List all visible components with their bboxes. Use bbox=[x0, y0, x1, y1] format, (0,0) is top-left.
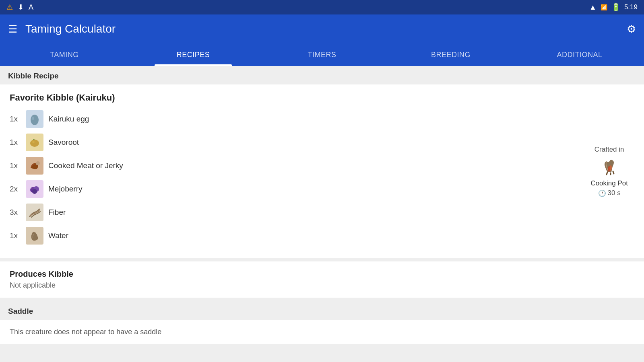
tab-timers[interactable]: Timers bbox=[258, 43, 386, 66]
svg-point-0 bbox=[31, 115, 39, 125]
settings-icon[interactable]: ⚙ bbox=[627, 23, 636, 35]
svg-line-11 bbox=[613, 171, 614, 174]
svg-point-2 bbox=[30, 140, 39, 147]
tab-bar: Taming Recipes Timers Breeding Additiona… bbox=[0, 43, 644, 66]
svg-point-4 bbox=[36, 161, 40, 165]
kibble-recipe-title: Favorite Kibble (Kairuku) bbox=[10, 93, 634, 103]
tab-taming[interactable]: Taming bbox=[0, 43, 129, 66]
warning-icon: ⚠ bbox=[6, 3, 13, 12]
status-time: 5:19 bbox=[624, 3, 638, 11]
app-bar-left: ☰ Taming Calculator bbox=[8, 23, 116, 35]
ingredient-water: 1x Water bbox=[10, 227, 634, 245]
app-title: Taming Calculator bbox=[25, 23, 116, 35]
app-bar: ☰ Taming Calculator ⚙ bbox=[0, 14, 644, 43]
wifi-icon: ▲ bbox=[589, 3, 597, 12]
saddle-card: This creature does not appear to have a … bbox=[0, 320, 644, 344]
produces-title: Produces Kibble bbox=[10, 269, 634, 279]
tab-additional[interactable]: Additional bbox=[515, 43, 644, 66]
saddle-value: This creature does not appear to have a … bbox=[10, 328, 634, 336]
svg-point-1 bbox=[32, 117, 34, 120]
crafted-in-time: 🕐 30 s bbox=[598, 189, 621, 197]
cooking-pot-icon bbox=[599, 155, 619, 178]
ingredient-mejoberry: 2x Mejoberry bbox=[10, 180, 634, 198]
clock-icon: 🕐 bbox=[598, 189, 606, 197]
svg-point-8 bbox=[31, 188, 33, 189]
crafted-in-panel: Crafted in Cooking Pot 🕐 30 bbox=[590, 146, 628, 197]
produces-kibble-card: Produces Kibble Not applicable bbox=[0, 261, 644, 298]
ingredient-cooked-meat: 1x Cooked Meat or Jerky bbox=[10, 157, 634, 175]
water-icon bbox=[26, 227, 43, 245]
produces-value: Not applicable bbox=[10, 281, 634, 290]
cooked-meat-icon bbox=[26, 157, 43, 175]
mejoberry-icon bbox=[26, 180, 43, 198]
ingredient-kairuku-egg: 1x Kairuku egg bbox=[10, 110, 634, 128]
svg-point-3 bbox=[32, 141, 35, 143]
fiber-icon bbox=[26, 204, 43, 221]
kairuku-egg-icon bbox=[26, 110, 43, 128]
battery-icon: 🔋 bbox=[611, 3, 620, 12]
main-content: Kibble Recipe Favorite Kibble (Kairuku) … bbox=[0, 66, 644, 362]
tab-breeding[interactable]: Breeding bbox=[386, 43, 515, 66]
signal-icon: 📶 bbox=[601, 4, 607, 10]
savoroot-icon bbox=[26, 134, 43, 151]
hamburger-icon[interactable]: ☰ bbox=[8, 23, 17, 35]
font-icon: A bbox=[29, 3, 33, 12]
ingredient-savoroot: 1x Savoroot bbox=[10, 134, 634, 151]
status-bar: ⚠ ⬇ A ▲ 📶 🔋 5:19 bbox=[0, 0, 644, 14]
download-icon: ⬇ bbox=[18, 3, 24, 12]
svg-point-7 bbox=[32, 189, 37, 194]
saddle-header: Saddle bbox=[0, 301, 644, 320]
tab-recipes[interactable]: Recipes bbox=[129, 43, 258, 66]
kibble-recipe-card: Favorite Kibble (Kairuku) 1x Kairuku egg… bbox=[0, 84, 644, 258]
svg-line-9 bbox=[607, 172, 607, 175]
ingredient-fiber: 3x Fiber bbox=[10, 204, 634, 221]
status-bar-left: ⚠ ⬇ A bbox=[6, 3, 33, 12]
status-bar-right: ▲ 📶 🔋 5:19 bbox=[589, 3, 638, 12]
kibble-recipe-header: Kibble Recipe bbox=[0, 66, 644, 84]
